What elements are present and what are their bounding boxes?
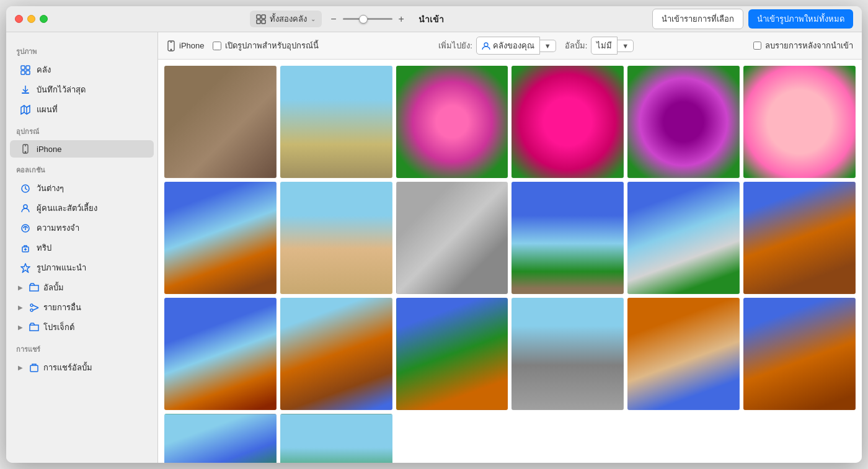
svg-marker-21	[21, 264, 30, 272]
share-icon	[29, 362, 40, 373]
zoom-out-button[interactable]: −	[328, 14, 339, 24]
source-label: ทั้งสองคลัง	[270, 12, 307, 25]
titlebar-actions: นำเข้ารายการที่เลือก นำเข้ารูปภาพใหม่ทั้…	[652, 9, 853, 29]
phone-icon	[20, 143, 31, 154]
map-icon	[20, 104, 31, 115]
svg-rect-1	[262, 15, 265, 19]
library-dropdown-wrap: คลังของคุณ ▼	[476, 37, 556, 55]
sidebar-item-map[interactable]: แผนที่	[10, 100, 154, 119]
sidebar-item-albums-label: อัลบั้ม	[43, 281, 64, 294]
library-dropdown-arrow[interactable]: ▼	[540, 40, 556, 52]
add-to-text: เพิ่มไปยัง:	[438, 39, 472, 52]
chevron-icon: ⌄	[311, 16, 316, 22]
photo-cell[interactable]	[164, 298, 277, 410]
photo-cell[interactable]	[164, 414, 277, 463]
photo-cell[interactable]	[164, 182, 277, 294]
sidebar-item-albums[interactable]: ▶ อัลบั้ม	[10, 278, 154, 297]
zoom-slider[interactable]	[343, 18, 392, 20]
titlebar-center: ทั้งสองคลัง ⌄ − + นำเข้า	[55, 11, 645, 27]
clock-icon	[20, 183, 31, 194]
sidebar-item-trips-label: ทริป	[37, 241, 51, 254]
svg-rect-0	[257, 15, 260, 19]
delete-after-checkbox[interactable]	[753, 42, 761, 50]
photo-cell[interactable]	[743, 298, 856, 410]
sidebar-item-projects-label: โปรเจ็กต์	[43, 321, 74, 334]
svg-marker-9	[21, 105, 30, 114]
album-value: ไม่มี	[596, 39, 612, 52]
scissors-icon	[29, 302, 40, 313]
add-to-section: เพิ่มไปยัง: คลังของคุณ ▼ อัลบั้ม:	[438, 37, 634, 55]
chevron-right-icon: ▶	[16, 303, 25, 312]
photo-grid-area[interactable]	[158, 60, 862, 463]
sidebar-item-featured[interactable]: รูปภาพแนะนำ	[10, 258, 154, 277]
photo-cell[interactable]	[280, 182, 392, 294]
svg-rect-7	[26, 71, 30, 74]
sidebar-item-featured-label: รูปภาพแนะนำ	[37, 261, 86, 274]
sidebar-item-map-label: แผนที่	[37, 103, 58, 116]
photo-cell[interactable]	[627, 182, 740, 294]
open-photos-checkbox-label[interactable]: เปิดรูปภาพสำหรับอุปกรณ์นี้	[213, 39, 319, 52]
sidebar-item-library[interactable]: คลัง	[10, 60, 154, 79]
delete-after-label: ลบรายการหลังจากนำเข้า	[765, 39, 853, 52]
album-text: อัลบั้ม:	[565, 39, 588, 52]
import-all-button[interactable]: นำเข้ารูปภาพใหม่ทั้งหมด	[748, 9, 853, 29]
open-photos-checkbox[interactable]	[213, 42, 221, 50]
album-dropdown-wrap: ไม่มี ▼	[591, 37, 634, 55]
photo-cell[interactable]	[280, 414, 392, 463]
section-library-title: รูปภาพ	[6, 40, 157, 60]
chevron-right-icon: ▶	[16, 323, 25, 332]
library-button[interactable]: คลังของคุณ	[476, 37, 540, 55]
album-dropdown-arrow[interactable]: ▼	[618, 40, 634, 52]
sidebar-item-days[interactable]: วันต่างๆ	[10, 179, 154, 198]
zoom-in-button[interactable]: +	[396, 14, 407, 24]
photo-cell[interactable]	[512, 182, 624, 294]
photo-cell[interactable]	[627, 66, 740, 178]
photo-cell[interactable]	[743, 66, 856, 178]
photo-cell[interactable]	[627, 298, 740, 410]
photo-cell[interactable]	[512, 298, 624, 410]
toolbar-strip: iPhone เปิดรูปภาพสำหรับอุปกรณ์นี้ เพิ่มไ…	[158, 32, 862, 60]
svg-rect-4	[21, 66, 25, 69]
album-button[interactable]: ไม่มี	[591, 37, 618, 55]
sidebar-item-trips[interactable]: ทริป	[10, 238, 154, 257]
photo-cell[interactable]	[164, 66, 277, 178]
section-collections-title: คอลเกชัน	[6, 158, 157, 178]
content-panel: iPhone เปิดรูปภาพสำหรับอุปกรณ์นี้ เพิ่มไ…	[158, 32, 862, 463]
folder2-icon	[29, 322, 40, 333]
svg-rect-2	[257, 20, 260, 24]
sidebar-item-memories-label: ความทรงจำ	[37, 221, 79, 234]
sidebar-item-memories[interactable]: ความทรงจำ	[10, 218, 154, 238]
minimize-button[interactable]	[27, 15, 35, 23]
chevron-right-icon: ▶	[16, 284, 25, 292]
svg-point-28	[484, 43, 488, 47]
sidebar-item-shared-label: การแชร์อัลบั้ม	[43, 361, 92, 374]
titlebar: ทั้งสองคลัง ⌄ − + นำเข้า นำเข้ารายการที่…	[6, 6, 862, 32]
svg-point-23	[30, 309, 33, 311]
main-window: ทั้งสองคลัง ⌄ − + นำเข้า นำเข้ารายการที่…	[6, 6, 862, 463]
photo-cell[interactable]	[743, 182, 856, 294]
section-devices-title: อุปกรณ์	[6, 120, 157, 140]
photo-cell[interactable]	[512, 66, 624, 178]
person-icon	[20, 203, 31, 214]
sidebar-item-shared[interactable]: ▶ การแชร์อัลบั้ม	[10, 358, 154, 377]
library-label: คลังของคุณ	[493, 39, 534, 52]
sidebar-item-recents[interactable]: บันทึกไว้ล่าสุด	[10, 80, 154, 99]
fullscreen-button[interactable]	[40, 15, 48, 23]
source-selector[interactable]: ทั้งสองคลัง ⌄	[250, 11, 322, 27]
sidebar-item-iphone[interactable]: iPhone	[10, 140, 154, 158]
photo-cell[interactable]	[280, 66, 392, 178]
delete-after-section: ลบรายการหลังจากนำเข้า	[753, 39, 853, 52]
sidebar-item-projects[interactable]: ▶ โปรเจ็กต์	[10, 318, 154, 337]
close-button[interactable]	[15, 15, 23, 23]
photo-cell[interactable]	[280, 298, 392, 410]
sidebar-item-other-label: รายการอื่น	[43, 301, 81, 314]
import-selected-button[interactable]: นำเข้ารายการที่เลือก	[652, 9, 743, 29]
sidebar-item-other[interactable]: ▶ รายการอื่น	[10, 298, 154, 317]
suitcase-icon	[20, 243, 31, 254]
svg-rect-8	[22, 92, 29, 94]
photo-cell[interactable]	[396, 298, 508, 410]
sidebar-item-people[interactable]: ผู้คนและสัตว์เลี้ยง	[10, 199, 154, 218]
person-icon	[482, 42, 490, 50]
photo-cell[interactable]	[396, 66, 508, 178]
photo-cell[interactable]	[396, 182, 508, 294]
